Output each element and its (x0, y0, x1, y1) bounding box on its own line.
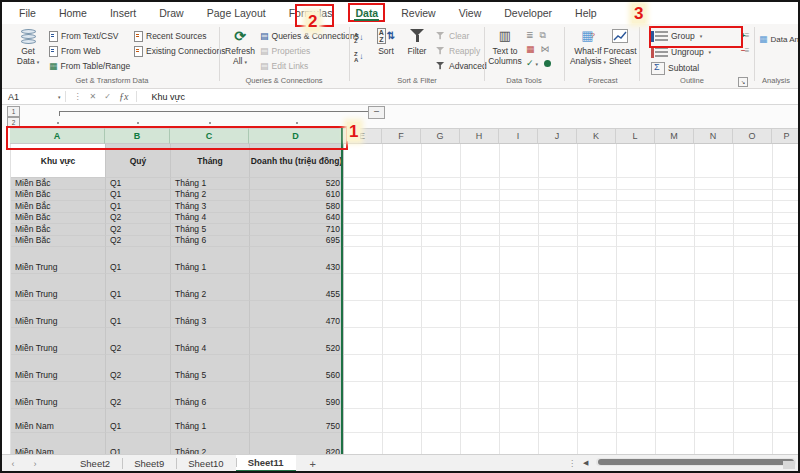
quarter-cell[interactable]: Q1 (106, 201, 171, 213)
empty-cell[interactable] (344, 190, 383, 202)
month-cell[interactable]: Tháng 6 (171, 382, 250, 409)
consolidate-icon[interactable]: ⧉ (540, 31, 546, 40)
empty-cell[interactable] (578, 409, 617, 433)
empty-cell[interactable] (344, 301, 383, 328)
empty-cell[interactable] (500, 301, 539, 328)
empty-cell[interactable] (734, 224, 773, 236)
empty-cell[interactable] (695, 247, 734, 274)
empty-cell[interactable] (695, 236, 734, 248)
empty-cell[interactable] (578, 178, 617, 190)
revenue-cell[interactable]: 750 (250, 409, 344, 433)
empty-cell[interactable] (539, 247, 578, 274)
empty-cell[interactable] (695, 301, 734, 328)
empty-cell[interactable] (383, 355, 422, 382)
empty-cell[interactable] (539, 355, 578, 382)
empty-cell[interactable] (344, 201, 383, 213)
region-cell[interactable]: Miền Trung (11, 301, 106, 328)
empty-cell[interactable] (656, 224, 695, 236)
quarter-cell[interactable]: Q1 (106, 190, 171, 202)
empty-cell[interactable] (617, 409, 656, 433)
edit-links-button[interactable]: ▤Edit Links (260, 60, 359, 72)
empty-cell[interactable] (500, 409, 539, 433)
column-header-F[interactable]: F (382, 128, 421, 144)
empty-cell[interactable] (461, 355, 500, 382)
empty-cell[interactable] (422, 178, 461, 190)
relationships-icon[interactable]: ⋈ (541, 45, 550, 54)
cancel-icon[interactable]: ✕ (90, 92, 97, 101)
empty-cell[interactable] (773, 382, 800, 409)
empty-cell[interactable] (422, 247, 461, 274)
empty-cell[interactable] (734, 190, 773, 202)
reapply-button[interactable]: Reapply (435, 45, 487, 57)
month-cell[interactable]: Tháng 2 (171, 433, 250, 454)
month-cell[interactable]: Tháng 2 (171, 190, 250, 202)
empty-cell[interactable] (734, 382, 773, 409)
empty-cell[interactable] (539, 274, 578, 301)
revenue-cell[interactable]: 590 (250, 382, 344, 409)
empty-cell[interactable] (734, 236, 773, 248)
empty-cell[interactable] (422, 274, 461, 301)
empty-cell[interactable] (695, 213, 734, 225)
empty-cell[interactable] (422, 213, 461, 225)
properties-button[interactable]: ▤Properties (260, 45, 359, 57)
ribbon-tab-view[interactable]: View (456, 5, 485, 21)
empty-cell[interactable] (617, 247, 656, 274)
empty-cell[interactable] (656, 247, 695, 274)
empty-cell[interactable] (578, 301, 617, 328)
prev-sheet-button[interactable]: ‹ (2, 455, 24, 472)
month-cell[interactable]: Tháng 2 (171, 274, 250, 301)
month-cell[interactable]: Tháng 6 (171, 236, 250, 248)
revenue-cell[interactable]: 695 (250, 236, 344, 248)
empty-cell[interactable] (656, 409, 695, 433)
empty-cell[interactable] (695, 190, 734, 202)
column-header-H[interactable]: H (460, 128, 499, 144)
name-box[interactable]: A1 (2, 92, 56, 102)
ribbon-tab-data[interactable]: Data (352, 5, 381, 21)
revenue-cell[interactable]: 520 (250, 328, 344, 355)
sort-za-button[interactable]: ZA↓ (354, 51, 363, 63)
month-cell[interactable]: Tháng 4 (171, 213, 250, 225)
empty-cell[interactable] (461, 433, 500, 454)
advanced-filter-button[interactable]: Advanced (435, 60, 487, 72)
empty-cell[interactable] (344, 433, 383, 454)
empty-cell[interactable] (578, 355, 617, 382)
scrollbar-thumb[interactable] (598, 459, 794, 465)
empty-cell[interactable] (617, 328, 656, 355)
sort-button[interactable]: AZ⇅ Sort (373, 27, 399, 57)
region-cell[interactable]: Miền Bắc (11, 224, 106, 236)
region-cell[interactable]: Miền Bắc (11, 236, 106, 248)
empty-cell[interactable] (734, 144, 773, 178)
empty-cell[interactable] (461, 201, 500, 213)
region-cell[interactable]: Miền Nam (11, 409, 106, 433)
scrollbar-splitter[interactable]: ⋮ (568, 459, 575, 468)
empty-cell[interactable] (500, 247, 539, 274)
empty-cell[interactable] (539, 433, 578, 454)
quarter-cell[interactable]: Q2 (106, 224, 171, 236)
empty-cell[interactable] (695, 201, 734, 213)
empty-cell[interactable] (773, 201, 800, 213)
outline-dialog-launcher[interactable]: ↘ (738, 77, 748, 87)
sheet-tab-sheet2[interactable]: Sheet2 (68, 455, 122, 472)
column-header-M[interactable]: M (655, 128, 694, 144)
empty-cell[interactable] (383, 247, 422, 274)
empty-cell[interactable] (344, 144, 383, 178)
refresh-all-button[interactable]: ⟳ Refresh All▾ (224, 27, 256, 67)
empty-cell[interactable] (617, 274, 656, 301)
remove-duplicates-icon[interactable]: ▦ (526, 45, 535, 54)
empty-cell[interactable] (617, 190, 656, 202)
empty-cell[interactable] (695, 355, 734, 382)
empty-cell[interactable] (500, 382, 539, 409)
from-text-csv-button[interactable]: From Text/CSV (49, 30, 130, 42)
region-cell[interactable]: Miền Trung (11, 382, 106, 409)
empty-cell[interactable] (344, 382, 383, 409)
empty-cell[interactable] (461, 190, 500, 202)
ribbon-tab-draw[interactable]: Draw (156, 5, 187, 21)
month-cell[interactable]: Tháng 1 (171, 409, 250, 433)
empty-cell[interactable] (344, 178, 383, 190)
region-cell[interactable]: Miền Nam (11, 433, 106, 454)
horizontal-scrollbar[interactable] (596, 458, 796, 466)
region-cell[interactable]: Miền Trung (11, 247, 106, 274)
empty-cell[interactable] (734, 301, 773, 328)
empty-cell[interactable] (500, 236, 539, 248)
empty-cell[interactable] (461, 328, 500, 355)
